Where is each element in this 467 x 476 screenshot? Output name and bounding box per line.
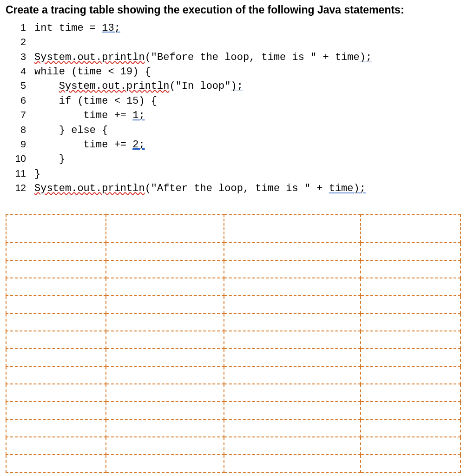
table-cell: [361, 437, 460, 455]
table-cell: [361, 455, 460, 472]
table-cell: [224, 260, 360, 278]
table-cell: [106, 278, 224, 296]
code-line: 1int time = 13;: [10, 21, 461, 35]
table-row: [6, 384, 460, 402]
code-text: }: [34, 167, 40, 181]
table-cell: [6, 419, 106, 437]
code-line: 9 time += 2;: [10, 138, 461, 152]
tracing-table: [6, 214, 461, 473]
table-cell: [224, 331, 360, 349]
table-cell: [6, 437, 106, 455]
table-cell: [361, 243, 460, 260]
code-text: time += 2;: [34, 138, 145, 152]
table-row: [6, 349, 460, 366]
table-cell: [224, 384, 360, 402]
table-cell: [6, 243, 106, 260]
code-line: 5 System.out.println("In loop");: [10, 79, 461, 93]
table-cell: [361, 296, 460, 313]
table-cell: [106, 366, 224, 384]
table-cell: [106, 349, 224, 366]
table-cell: [361, 402, 460, 419]
line-number: 6: [10, 94, 26, 107]
table-cell: [106, 437, 224, 455]
table-row: [6, 455, 460, 472]
table-cell: [224, 402, 360, 419]
code-text: if (time < 15) {: [34, 94, 157, 108]
code-line: 2: [10, 35, 461, 50]
table-cell: [224, 313, 360, 331]
line-number: 3: [10, 50, 26, 64]
code-text: System.out.println("In loop");: [34, 79, 243, 93]
table-cell: [106, 402, 224, 419]
code-line: 10 }: [10, 152, 461, 166]
table-cell: [6, 366, 106, 384]
table-cell: [361, 313, 460, 331]
table-row: [6, 296, 460, 313]
code-text: System.out.println("After the loop, time…: [34, 182, 366, 196]
table-row: [6, 437, 460, 455]
table-cell: [6, 455, 106, 472]
prompt-heading: Create a tracing table showing the execu…: [6, 4, 461, 16]
table-cell: [361, 260, 460, 278]
code-text: } else {: [34, 124, 108, 138]
table-cell: [224, 366, 360, 384]
table-row: [6, 243, 460, 260]
table-cell: [6, 331, 106, 349]
code-line: 6 if (time < 15) {: [10, 94, 461, 108]
table-cell: [106, 215, 224, 243]
table-cell: [106, 313, 224, 331]
java-code-block: 1int time = 13;2 3System.out.println("Be…: [10, 21, 461, 196]
table-cell: [224, 296, 360, 313]
code-line: 3System.out.println("Before the loop, ti…: [10, 50, 461, 65]
table-cell: [106, 243, 224, 260]
table-row: [6, 419, 460, 437]
table-cell: [6, 278, 106, 296]
table-cell: [6, 313, 106, 331]
table-cell: [361, 384, 460, 402]
table-row: [6, 366, 460, 384]
code-line: 4while (time < 19) {: [10, 65, 461, 79]
table-cell: [106, 419, 224, 437]
table-cell: [224, 455, 360, 472]
table-cell: [6, 260, 106, 278]
table-cell: [224, 437, 360, 455]
table-cell: [361, 215, 460, 243]
table-cell: [224, 215, 360, 243]
table-cell: [6, 402, 106, 419]
table-row: [6, 260, 460, 278]
line-number: 12: [10, 181, 26, 195]
table-cell: [106, 331, 224, 349]
table-row: [6, 313, 460, 331]
table-cell: [6, 215, 106, 243]
code-line: 7 time += 1;: [10, 108, 461, 123]
line-number: 5: [10, 79, 26, 93]
code-text: [34, 36, 40, 50]
table-cell: [361, 278, 460, 296]
line-number: 8: [10, 123, 26, 137]
table-row: [6, 402, 460, 419]
table-cell: [106, 296, 224, 313]
code-text: int time = 13;: [34, 21, 120, 35]
table-cell: [106, 455, 224, 472]
table-cell: [106, 260, 224, 278]
code-text: System.out.println("Before the loop, tim…: [34, 51, 372, 65]
code-line: 8 } else {: [10, 123, 461, 138]
code-text: }: [34, 152, 65, 166]
table-cell: [361, 366, 460, 384]
table-cell: [361, 331, 460, 349]
table-row: [6, 331, 460, 349]
table-cell: [106, 384, 224, 402]
line-number: 1: [10, 21, 26, 34]
line-number: 9: [10, 138, 26, 151]
line-number: 10: [10, 152, 26, 165]
table-cell: [224, 243, 360, 260]
table-row: [6, 278, 460, 296]
table-cell: [224, 278, 360, 296]
code-line: 11}: [10, 167, 461, 181]
line-number: 11: [10, 167, 26, 180]
table-cell: [361, 419, 460, 437]
code-text: time += 1;: [34, 109, 145, 123]
table-cell: [6, 349, 106, 366]
table-cell: [6, 384, 106, 402]
code-text: while (time < 19) {: [34, 65, 151, 79]
